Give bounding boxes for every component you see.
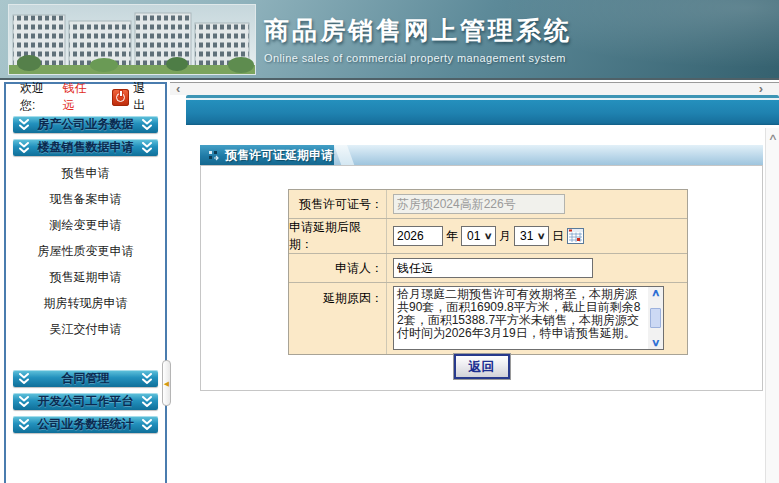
- form-panel: 预售许可证号： 申请延期后限期： 年 01 ∨ 月 31: [200, 165, 763, 391]
- sidebar-item-forward-to-current[interactable]: 期房转现房申请: [6, 290, 165, 316]
- section-label: 楼盘销售数据申请: [13, 139, 158, 156]
- chevron-down-icon: ∨: [484, 231, 493, 241]
- sidebar-item-property-nature-change[interactable]: 房屋性质变更申请: [6, 238, 165, 264]
- title-bar-slash: [334, 145, 354, 165]
- form-list-icon: [208, 150, 219, 161]
- sidebar-item-wujiang-delivery[interactable]: 吴江交付申请: [6, 316, 165, 342]
- header-banner: 商品房销售网上管理系统 Online sales of commercial p…: [0, 0, 779, 80]
- vertical-scrollbar[interactable]: ∧: [765, 128, 779, 483]
- scroll-up-icon[interactable]: ∧: [651, 288, 661, 298]
- back-button[interactable]: 返回: [454, 354, 510, 379]
- logout-button[interactable]: 退出: [133, 80, 157, 114]
- month-unit-label: 月: [499, 228, 511, 245]
- sidebar-item-current-sale-record[interactable]: 现售备案申请: [6, 186, 165, 212]
- month-select-value: 01: [467, 229, 480, 243]
- license-number-field: [393, 194, 565, 214]
- applicant-input[interactable]: [393, 258, 593, 278]
- month-select[interactable]: 01 ∨: [461, 226, 496, 246]
- app-title: 商品房销售网上管理系统: [264, 14, 734, 47]
- sidebar-section-business-data[interactable]: 房产公司业务数据: [13, 116, 158, 133]
- license-row: 预售许可证号：: [289, 190, 687, 218]
- building-illustration: [9, 5, 255, 74]
- collapse-left-icon: ◀: [164, 380, 169, 387]
- applicant-label: 申请人：: [289, 254, 387, 282]
- section-label: 公司业务数据统计: [13, 416, 158, 433]
- scroll-down-icon[interactable]: ∨: [651, 338, 661, 348]
- year-input[interactable]: [393, 226, 443, 246]
- day-select-value: 31: [520, 229, 533, 243]
- app-window: 商品房销售网上管理系统 Online sales of commercial p…: [0, 0, 779, 483]
- sidebar-item-presale-apply[interactable]: 预售申请: [6, 160, 165, 186]
- reason-label: 延期原因：: [289, 283, 387, 354]
- scrollbar-thumb[interactable]: [650, 308, 661, 328]
- scroll-right-icon[interactable]: ›: [759, 82, 763, 95]
- applicant-row: 申请人：: [289, 253, 687, 282]
- power-logout-icon[interactable]: [112, 89, 129, 106]
- deadline-label: 申请延期后限期：: [289, 219, 387, 253]
- section-label: 合同管理: [13, 370, 158, 387]
- sidebar-section-stats[interactable]: 公司业务数据统计: [13, 416, 158, 433]
- sidebar-section-platform[interactable]: 开发公司工作平台: [13, 393, 158, 410]
- scroll-up-icon[interactable]: ∧: [764, 132, 779, 142]
- reason-row: 延期原因： 拾月璟庭二期预售许可有效期将至，本期房源共90套，面积16909.8…: [289, 282, 687, 354]
- sidebar-item-presale-extension[interactable]: 预售延期申请: [6, 264, 165, 290]
- calendar-icon[interactable]: [567, 228, 584, 244]
- sidebar-collapse-handle[interactable]: ◀: [162, 360, 171, 406]
- day-select[interactable]: 31 ∨: [514, 226, 549, 246]
- deadline-row: 申请延期后限期： 年 01 ∨ 月 31 ∨ 日: [289, 218, 687, 253]
- sidebar-item-survey-change[interactable]: 测绘变更申请: [6, 212, 165, 238]
- chevron-down-icon: ∨: [537, 231, 546, 241]
- application-form-table: 预售许可证号： 申请延期后限期： 年 01 ∨ 月 31: [288, 189, 688, 355]
- license-label: 预售许可证号：: [289, 190, 387, 218]
- reason-text: 拾月璟庭二期预售许可有效期将至，本期房源共90套，面积16909.8平方米，截止…: [394, 287, 648, 350]
- year-unit-label: 年: [446, 228, 458, 245]
- app-subtitle: Online sales of commercial property mana…: [264, 52, 734, 64]
- reason-textarea[interactable]: 拾月璟庭二期预售许可有效期将至，本期房源共90套，面积16909.8平方米，截止…: [393, 286, 664, 350]
- page-title: 预售许可证延期申请: [225, 147, 333, 164]
- scroll-left-icon[interactable]: ‹: [176, 82, 180, 95]
- welcome-label: 欢迎您:: [20, 80, 59, 114]
- title-bar-left-segment: 预售许可证延期申请: [200, 145, 334, 165]
- sidebar: 欢迎您:钱任远 退出 房产公司业务数据 楼盘销售数据申请 预售申请 现售备案申请…: [4, 82, 167, 483]
- day-unit-label: 日: [552, 228, 564, 245]
- tab-scroll-strip: ‹ ›: [170, 82, 779, 95]
- sidebar-menu-list: 预售申请 现售备案申请 测绘变更申请 房屋性质变更申请 预售延期申请 期房转现房…: [6, 156, 165, 342]
- sidebar-section-sales-apply[interactable]: 楼盘销售数据申请: [13, 139, 158, 156]
- header-building-image: [8, 4, 256, 75]
- section-title-bar: 预售许可证延期申请: [200, 145, 763, 165]
- welcome-bar: 欢迎您:钱任远 退出: [6, 84, 165, 110]
- section-label: 开发公司工作平台: [13, 393, 158, 410]
- textarea-scrollbar[interactable]: ∧ ∨: [648, 287, 663, 349]
- sidebar-section-contract[interactable]: 合同管理: [13, 370, 158, 387]
- current-username: 钱任远: [63, 80, 99, 114]
- section-label: 房产公司业务数据: [13, 116, 158, 133]
- tab-bar: [186, 95, 779, 125]
